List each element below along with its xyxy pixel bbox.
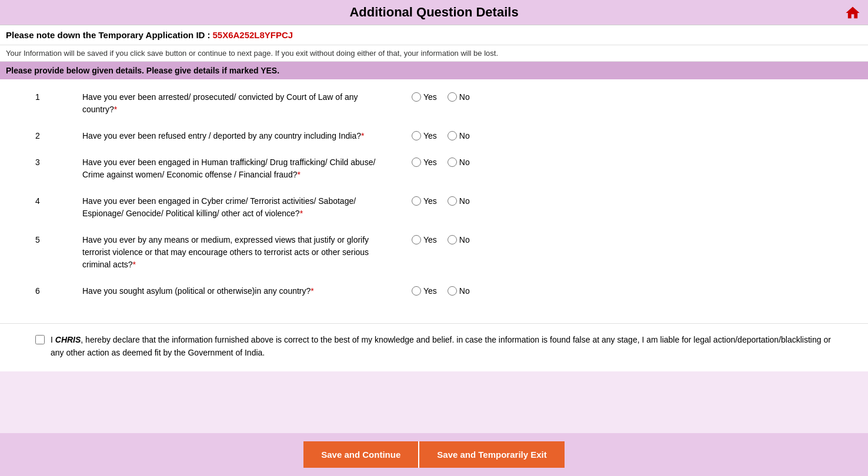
question-row-5: 5 Have you ever by any means or medium, … [35, 234, 833, 271]
question-number-4: 4 [35, 195, 82, 206]
radio-input-yes-3[interactable] [412, 157, 421, 167]
radio-yes-3[interactable]: Yes [412, 157, 437, 167]
info-text: Your Information will be saved if you cl… [0, 45, 868, 62]
radio-no-2[interactable]: No [448, 131, 470, 140]
question-number-2: 2 [35, 130, 82, 140]
question-text-4: Have you ever been engaged in Cyber crim… [82, 195, 376, 220]
question-text-5: Have you ever by any means or medium, ex… [82, 234, 376, 271]
app-id-bar: Please note down the Temporary Applicati… [0, 25, 868, 45]
question-row-2: 2 Have you ever been refused entry / dep… [35, 130, 833, 142]
radio-input-no-5[interactable] [448, 235, 457, 244]
question-row-3: 3 Have you ever been engaged in Human tr… [35, 156, 833, 181]
radio-yes-4[interactable]: Yes [412, 196, 437, 206]
radio-input-no-6[interactable] [448, 286, 457, 296]
question-number-6: 6 [35, 285, 82, 296]
radio-group-6: Yes No [412, 285, 500, 296]
question-number-5: 5 [35, 234, 82, 244]
radio-input-yes-4[interactable] [412, 196, 421, 206]
radio-no-6[interactable]: No [448, 286, 470, 296]
app-id-label: Please note down the Temporary Applicati… [6, 30, 211, 40]
radio-group-4: Yes No [412, 195, 500, 206]
radio-no-4[interactable]: No [448, 196, 470, 206]
question-text-6: Have you sought asylum (political or oth… [82, 285, 376, 297]
app-id-value: 55X6A252L8YFPCJ [212, 30, 293, 40]
radio-input-yes-1[interactable] [412, 92, 421, 102]
radio-input-no-3[interactable] [448, 157, 457, 167]
radio-yes-1[interactable]: Yes [412, 92, 437, 102]
question-row-1: 1 Have you ever been arrested/ prosecute… [35, 91, 833, 116]
question-text-1: Have you ever been arrested/ prosecuted/… [82, 91, 376, 116]
save-exit-button[interactable]: Save and Temporarily Exit [419, 441, 564, 468]
radio-input-no-1[interactable] [448, 92, 457, 102]
question-text-3: Have you ever been engaged in Human traf… [82, 156, 376, 181]
questions-section: 1 Have you ever been arrested/ prosecute… [0, 79, 868, 323]
radio-group-3: Yes No [412, 156, 500, 167]
radio-group-1: Yes No [412, 91, 500, 102]
radio-input-yes-5[interactable] [412, 235, 421, 244]
save-continue-button[interactable]: Save and Continue [303, 441, 419, 468]
radio-yes-6[interactable]: Yes [412, 286, 437, 296]
page-title: Additional Question Details [0, 5, 868, 20]
declaration-text: I CHRIS, hereby declare that the informa… [35, 333, 833, 360]
radio-no-5[interactable]: No [448, 235, 470, 244]
radio-input-yes-6[interactable] [412, 286, 421, 296]
question-number-3: 3 [35, 156, 82, 167]
radio-group-2: Yes No [412, 130, 500, 140]
radio-no-1[interactable]: No [448, 92, 470, 102]
question-row-4: 4 Have you ever been engaged in Cyber cr… [35, 195, 833, 220]
home-icon[interactable] [844, 5, 861, 21]
declaration-checkbox[interactable] [35, 335, 45, 344]
question-row-6: 6 Have you sought asylum (political or o… [35, 285, 833, 297]
instruction-bar: Please provide below given details. Plea… [0, 62, 868, 79]
radio-input-no-2[interactable] [448, 131, 457, 140]
radio-yes-2[interactable]: Yes [412, 131, 437, 140]
radio-group-5: Yes No [412, 234, 500, 244]
radio-no-3[interactable]: No [448, 157, 470, 167]
radio-input-no-4[interactable] [448, 196, 457, 206]
footer-bar: Save and Continue Save and Temporarily E… [0, 433, 868, 476]
declaration-content: I CHRIS, hereby declare that the informa… [51, 333, 833, 360]
radio-input-yes-2[interactable] [412, 131, 421, 140]
declaration-section: I CHRIS, hereby declare that the informa… [0, 323, 868, 371]
header-bar: Additional Question Details [0, 0, 868, 25]
question-number-1: 1 [35, 91, 82, 102]
radio-yes-5[interactable]: Yes [412, 235, 437, 244]
question-text-2: Have you ever been refused entry / depor… [82, 130, 376, 142]
